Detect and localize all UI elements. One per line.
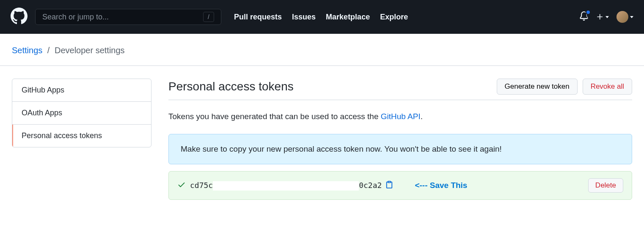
sidebar-item-personal-access-tokens[interactable]: Personal access tokens [12,125,151,147]
token-redacted [213,181,359,191]
nav-marketplace[interactable]: Marketplace [326,13,370,22]
page-title: Personal access tokens [168,80,294,93]
delete-token-button[interactable]: Delete [588,178,623,193]
token-suffix: 0c2a2 [359,181,382,190]
check-icon [177,180,186,191]
copy-token-button[interactable] [385,180,394,191]
top-header: Search or jump to... / Pull requests Iss… [0,0,644,34]
nav-explore[interactable]: Explore [380,13,408,22]
github-logo[interactable] [11,8,28,26]
save-this-annotation: <--- Save This [415,181,467,190]
breadcrumb-current: Developer settings [55,46,125,55]
revoke-all-button[interactable]: Revoke all [583,79,632,95]
token-value: cd75c0c2a2 [190,181,382,191]
info-suffix: . [421,112,423,121]
sidebar-item-oauth-apps[interactable]: OAuth Apps [12,102,151,125]
info-text: Tokens you have generated that can be us… [168,112,632,121]
breadcrumb-separator: / [47,46,50,55]
breadcrumb: Settings / Developer settings [0,34,644,66]
create-new-dropdown[interactable] [596,13,609,21]
generate-new-token-button[interactable]: Generate new token [497,79,578,95]
user-menu-dropdown[interactable] [616,11,633,23]
page-header: Personal access tokens Generate new toke… [168,79,632,100]
breadcrumb-settings[interactable]: Settings [12,46,42,55]
info-prefix: Tokens you have generated that can be us… [168,112,381,121]
mark-github-icon [11,8,28,25]
settings-sidebar: GitHub Apps OAuth Apps Personal access t… [12,79,151,147]
github-api-link[interactable]: GitHub API [381,112,421,121]
notification-indicator-icon [586,10,591,15]
search-input[interactable]: Search or jump to... / [35,9,221,25]
notifications-button[interactable] [579,11,589,22]
main-content: Personal access tokens Generate new toke… [168,79,632,200]
clipboard-icon [385,180,394,189]
flash-notice: Make sure to copy your new personal acce… [168,134,632,164]
content-area: GitHub Apps OAuth Apps Personal access t… [0,66,644,212]
sidebar-item-github-apps[interactable]: GitHub Apps [12,79,151,102]
search-placeholder: Search or jump to... [42,13,203,22]
nav-issues[interactable]: Issues [292,13,316,22]
header-actions [579,11,633,23]
chevron-down-icon [630,16,633,18]
nav-pull-requests[interactable]: Pull requests [234,13,282,22]
new-token-row: cd75c0c2a2 <--- Save This Delete [168,171,632,200]
chevron-down-icon [605,16,609,18]
header-buttons: Generate new token Revoke all [497,79,632,95]
plus-icon [596,13,604,21]
primary-nav: Pull requests Issues Marketplace Explore [234,13,408,22]
slash-key-icon: / [203,12,214,22]
token-prefix: cd75c [190,181,213,190]
avatar [616,11,628,23]
